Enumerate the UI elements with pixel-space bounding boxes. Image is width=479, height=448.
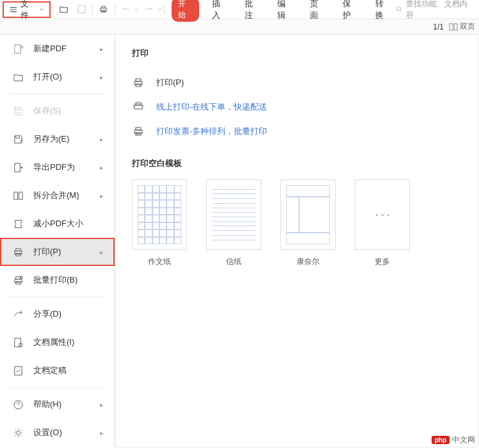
chevron-down-icon bbox=[39, 7, 44, 12]
chevron-right-icon: ▸ bbox=[100, 192, 103, 199]
export-icon bbox=[12, 161, 24, 174]
file-menu-button[interactable]: 文件 bbox=[3, 1, 51, 18]
menu-label: 拆分合并(M) bbox=[33, 190, 79, 201]
svg-rect-26 bbox=[134, 105, 142, 109]
panel-title-templates: 打印空白模板 bbox=[132, 158, 461, 169]
tab-convert[interactable]: 转换 bbox=[371, 0, 395, 23]
gear-icon bbox=[12, 426, 24, 439]
save-icon bbox=[12, 104, 24, 117]
template-cornell[interactable]: 康奈尔 bbox=[280, 179, 336, 267]
menu-save-as[interactable]: 另存为(E) ▸ bbox=[0, 125, 115, 153]
template-label: 更多 bbox=[375, 256, 390, 267]
tab-protect[interactable]: 保护 bbox=[339, 0, 362, 23]
menu-label: 帮助(H) bbox=[33, 399, 61, 410]
menu-label: 分享(D) bbox=[33, 308, 61, 320]
menu-label: 导出PDF为 bbox=[33, 162, 75, 173]
template-composition-paper[interactable]: 作文纸 bbox=[132, 179, 187, 267]
search-placeholder: 查找功能、文档内容 bbox=[406, 0, 474, 21]
svg-rect-2 bbox=[102, 6, 106, 8]
menu-batch-print[interactable]: 批量打印(B) bbox=[0, 266, 115, 294]
menu-label: 批量打印(B) bbox=[33, 274, 77, 286]
main-toolbar: 文件 开始 插入 批注 编辑 页面 保护 转换 查找功能、文档内容 bbox=[0, 0, 479, 19]
menu-settings[interactable]: 设置(O) ▸ bbox=[0, 419, 115, 447]
menu-label: 保存(S) bbox=[33, 105, 61, 117]
menu-print[interactable]: 打印(P) ▸ bbox=[0, 238, 115, 266]
menu-separator bbox=[9, 94, 106, 94]
chevron-right-icon: ▸ bbox=[100, 164, 103, 171]
print-submenu-panel: 打印 打印(P) 线上打印-在线下单，快递配送 打印发票-多种排列，批量打印 打… bbox=[115, 36, 478, 447]
template-thumbnail bbox=[132, 179, 187, 250]
menu-properties[interactable]: 文档属性(I) bbox=[0, 328, 115, 356]
menu-label: 文档定稿 bbox=[33, 365, 67, 376]
undo-icon[interactable] bbox=[118, 2, 134, 17]
tab-annotate[interactable]: 批注 bbox=[241, 0, 264, 23]
menu-open[interactable]: 打开(O) ▸ bbox=[0, 63, 115, 91]
file-menu-sidebar: 新建PDF ▸ 打开(O) ▸ 保存(S) 另存为(E) ▸ 导出PDF为 ▸ … bbox=[0, 35, 115, 448]
print-icon bbox=[132, 76, 145, 89]
panel-print-option[interactable]: 打印(P) bbox=[132, 71, 461, 95]
svg-rect-12 bbox=[15, 248, 20, 251]
print-icon[interactable] bbox=[96, 2, 111, 17]
panel-row-label: 打印发票-多种排列，批量打印 bbox=[156, 126, 267, 137]
svg-rect-20 bbox=[14, 366, 21, 374]
view-mode-label: 双页 bbox=[460, 21, 475, 32]
folder-icon bbox=[12, 71, 24, 83]
panel-invoice-print-option[interactable]: 打印发票-多种排列，批量打印 bbox=[132, 119, 461, 144]
template-label: 康奈尔 bbox=[296, 256, 320, 267]
menu-save: 保存(S) bbox=[0, 97, 115, 125]
svg-point-21 bbox=[13, 400, 22, 408]
redo-icon[interactable] bbox=[141, 2, 156, 17]
chevron-right-icon: ▸ bbox=[100, 249, 103, 256]
separator bbox=[115, 4, 115, 15]
view-mode-button[interactable]: 双页 bbox=[449, 21, 475, 32]
svg-rect-7 bbox=[14, 44, 20, 53]
chevron-right-icon: ▸ bbox=[100, 46, 103, 53]
save-icon[interactable] bbox=[74, 2, 89, 17]
template-more[interactable]: 更多 bbox=[355, 179, 410, 267]
template-thumbnail bbox=[206, 179, 261, 250]
search-box[interactable]: 查找功能、文档内容 bbox=[395, 0, 474, 21]
template-thumbnail bbox=[280, 179, 336, 250]
tab-page[interactable]: 页面 bbox=[306, 0, 330, 23]
batch-print-icon bbox=[12, 274, 24, 286]
svg-rect-8 bbox=[14, 163, 19, 171]
save-as-icon bbox=[12, 133, 24, 145]
panel-row-label: 打印(P) bbox=[156, 77, 184, 88]
menu-export-pdf[interactable]: 导出PDF为 ▸ bbox=[0, 153, 115, 181]
svg-rect-24 bbox=[136, 79, 141, 81]
svg-point-4 bbox=[397, 7, 401, 11]
chevron-right-icon: ▸ bbox=[100, 136, 103, 143]
file-menu-label: 文件 bbox=[20, 0, 37, 21]
svg-rect-5 bbox=[450, 24, 453, 30]
split-merge-icon bbox=[12, 189, 24, 202]
menu-reduce-size[interactable]: 减小PDF大小 bbox=[0, 210, 115, 238]
template-label: 信纸 bbox=[226, 256, 241, 267]
two-page-icon bbox=[449, 23, 458, 31]
chevron-down-icon[interactable] bbox=[157, 7, 162, 12]
menu-new-pdf[interactable]: 新建PDF ▸ bbox=[0, 35, 115, 63]
help-icon bbox=[12, 398, 24, 411]
menu-label: 新建PDF bbox=[33, 43, 67, 54]
menu-label: 另存为(E) bbox=[33, 133, 69, 145]
template-label: 作文纸 bbox=[148, 256, 171, 267]
watermark-badge: php bbox=[432, 436, 450, 444]
template-letter-paper[interactable]: 信纸 bbox=[206, 179, 261, 267]
menu-share[interactable]: 分享(D) bbox=[0, 300, 115, 328]
menu-help[interactable]: 帮助(H) ▸ bbox=[0, 390, 115, 419]
hamburger-icon bbox=[9, 5, 18, 14]
svg-rect-10 bbox=[19, 192, 22, 199]
menu-finalize[interactable]: 文档定稿 bbox=[0, 356, 115, 385]
menu-separator bbox=[9, 297, 106, 297]
tab-edit[interactable]: 编辑 bbox=[273, 0, 297, 23]
panel-online-print-option[interactable]: 线上打印-在线下单，快递配送 bbox=[132, 95, 461, 119]
compress-icon bbox=[12, 217, 24, 230]
svg-point-22 bbox=[16, 431, 20, 435]
panel-row-label: 线上打印-在线下单，快递配送 bbox=[156, 101, 267, 113]
menu-split-merge[interactable]: 拆分合并(M) ▸ bbox=[0, 181, 115, 210]
chevron-down-icon[interactable] bbox=[134, 7, 140, 12]
watermark-text: 中文网 bbox=[452, 435, 475, 445]
svg-rect-0 bbox=[78, 6, 85, 13]
open-folder-icon[interactable] bbox=[56, 2, 72, 17]
tab-insert[interactable]: 插入 bbox=[208, 0, 232, 23]
tab-start[interactable]: 开始 bbox=[172, 0, 199, 22]
